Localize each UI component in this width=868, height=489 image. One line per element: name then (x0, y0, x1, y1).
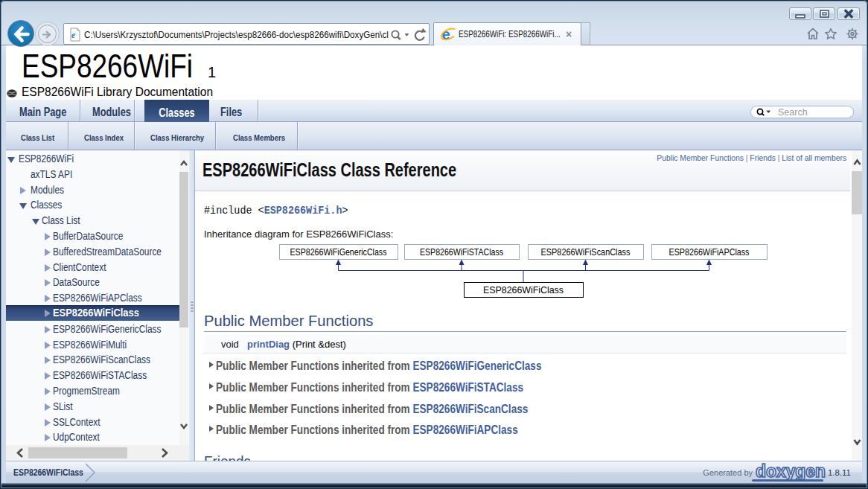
svg-text:ESP8266WiFiScanClass: ESP8266WiFiScanClass (541, 247, 631, 258)
svg-text:ESP8266WiFiAPClass: ESP8266WiFiAPClass (669, 247, 750, 258)
svg-text:ESP8266WiFiSTAClass: ESP8266WiFiSTAClass (420, 247, 503, 258)
svg-text:ESP8266WiFiClass: ESP8266WiFiClass (483, 285, 564, 295)
svg-text:e: e (71, 30, 76, 40)
svg-text:ESP8266WiFiGenericClass: ESP8266WiFiGenericClass (290, 247, 387, 258)
svg-text:doxygen: doxygen (756, 463, 826, 481)
